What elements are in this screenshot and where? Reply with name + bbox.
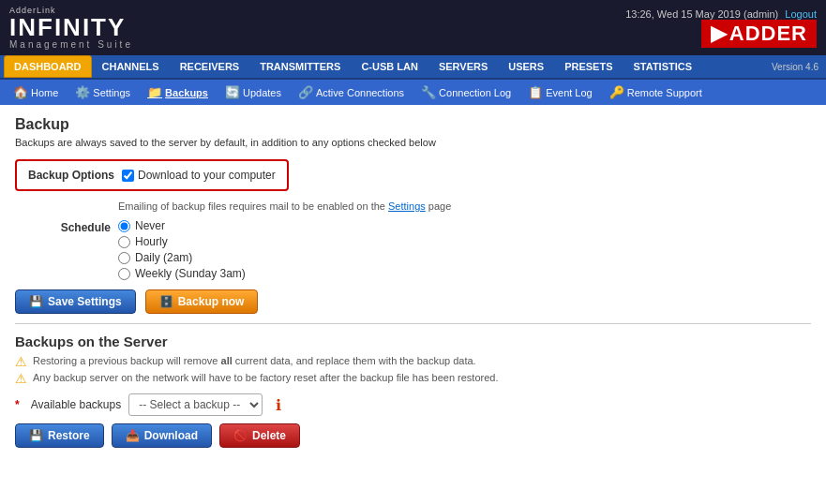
schedule-section: Schedule Never Hourly Daily (2am) Weekly… [15, 219, 811, 280]
subnav-connections-label: Active Connections [316, 87, 404, 98]
backup-options-row: Backup Options Download to your computer [28, 169, 276, 182]
subnav-settings[interactable]: ⚙️ Settings [68, 82, 138, 102]
logo: AdderLink INFINITY Management Suite [9, 6, 133, 50]
schedule-never: Never [118, 219, 246, 232]
subnav-backups[interactable]: 📁 Backups [140, 82, 216, 102]
backup-options-container: Backup Options Download to your computer [15, 159, 811, 197]
subnav-connection-log-label: Connection Log [439, 87, 511, 98]
event-log-icon: 📋 [528, 85, 543, 99]
download-button[interactable]: 📥 Download [112, 423, 212, 448]
settings-link[interactable]: Settings [388, 200, 426, 212]
subnav-settings-label: Settings [93, 87, 130, 98]
schedule-weekly: Weekly (Sunday 3am) [118, 267, 246, 280]
mgmt-text: Management Suite [9, 39, 133, 50]
schedule-weekly-label: Weekly (Sunday 3am) [135, 267, 246, 280]
tab-channels[interactable]: CHANNELS [92, 55, 170, 78]
backup-now-button[interactable]: 🗄️ Backup now [145, 289, 259, 314]
available-backups-row: * Available backups -- Select a backup -… [15, 393, 811, 416]
schedule-hourly-radio[interactable] [118, 236, 130, 248]
tab-servers[interactable]: SERVERS [428, 55, 498, 78]
warning2-text: Any backup server on the network will ha… [33, 372, 499, 383]
backup-options-box: Backup Options Download to your computer [15, 159, 289, 191]
page-title: Backup [15, 116, 811, 133]
section-divider [15, 323, 811, 324]
delete-button[interactable]: 🚫 Delete [219, 423, 300, 448]
email-note: Emailing of backup files requires mail t… [118, 200, 811, 212]
save-icon: 💾 [29, 295, 43, 308]
subnav-connection-log[interactable]: 🔧 Connection Log [413, 82, 518, 102]
tab-cusb-lan[interactable]: C-USB LAN [351, 55, 428, 78]
schedule-never-radio[interactable] [118, 220, 130, 232]
subnav-home[interactable]: 🏠 Home [6, 82, 66, 102]
schedule-hourly: Hourly [118, 235, 246, 248]
infinity-text: INFINITY [9, 15, 133, 39]
restore-buttons: 💾 Restore 📥 Download 🚫 Delete [15, 423, 811, 448]
subnav-remote-support-label: Remote Support [627, 87, 702, 98]
version-badge: Version 4.6 [772, 62, 822, 72]
header: AdderLink INFINITY Management Suite 13:2… [0, 0, 826, 55]
tab-dashboard[interactable]: DASHBOARD [4, 55, 92, 78]
sub-nav: 🏠 Home ⚙️ Settings 📁 Backups 🔄 Updates 🔗… [0, 80, 826, 105]
available-backups-label: Available backups [31, 398, 122, 411]
restore-button[interactable]: 💾 Restore [15, 423, 104, 448]
adder-logo: ▶ADDER [701, 20, 817, 48]
header-time: 13:26, Wed 15 May 2019 (admin) Logout [625, 8, 817, 20]
warning1-bold: all [221, 355, 233, 366]
download-icon: 📥 [126, 429, 140, 442]
schedule-hourly-label: Hourly [135, 235, 168, 248]
schedule-never-label: Never [135, 219, 165, 232]
delete-icon: 🚫 [233, 429, 248, 442]
download-checkbox-row: Download to your computer [122, 169, 276, 182]
remote-support-icon: 🔑 [609, 85, 624, 99]
subnav-updates[interactable]: 🔄 Updates [218, 82, 289, 102]
info-icon: ℹ [276, 396, 281, 414]
warning-row-1: ⚠ Restoring a previous backup will remov… [15, 355, 811, 369]
schedule-daily: Daily (2am) [118, 251, 246, 264]
schedule-weekly-radio[interactable] [118, 268, 130, 280]
header-right: 13:26, Wed 15 May 2019 (admin) Logout ▶A… [625, 8, 817, 48]
warning-row-2: ⚠ Any backup server on the network will … [15, 372, 811, 386]
subnav-backups-label: Backups [165, 87, 208, 98]
adder-logo-container: ▶ADDER [701, 20, 817, 48]
connections-icon: 🔗 [298, 85, 313, 99]
updates-icon: 🔄 [225, 85, 240, 99]
download-checkbox-label: Download to your computer [138, 169, 276, 182]
subnav-event-log-label: Event Log [546, 87, 593, 98]
tab-statistics[interactable]: STATISTICS [623, 55, 703, 78]
logout-link[interactable]: Logout [785, 8, 817, 20]
home-icon: 🏠 [13, 85, 28, 99]
schedule-daily-label: Daily (2am) [135, 251, 192, 264]
backup-options-label: Backup Options [28, 169, 114, 182]
tab-receivers[interactable]: RECEIVERS [170, 55, 250, 78]
subnav-active-connections[interactable]: 🔗 Active Connections [291, 82, 412, 102]
backup-select[interactable]: -- Select a backup -- [128, 393, 263, 416]
subnav-updates-label: Updates [243, 87, 281, 98]
tab-users[interactable]: USERS [498, 55, 554, 78]
backups-icon: 📁 [147, 85, 162, 99]
tab-presets[interactable]: PRESETS [554, 55, 623, 78]
settings-icon: ⚙️ [75, 85, 90, 99]
tab-transmitters[interactable]: TRANSMiTTeRS [249, 55, 351, 78]
action-buttons: 💾 Save Settings 🗄️ Backup now [15, 289, 811, 314]
schedule-options: Never Hourly Daily (2am) Weekly (Sunday … [118, 219, 246, 280]
warning-icon-1: ⚠ [15, 354, 27, 369]
nav-tabs: DASHBOARD CHANNELS RECEIVERS TRANSMiTTeR… [0, 55, 826, 80]
schedule-daily-radio[interactable] [118, 252, 130, 264]
connection-log-icon: 🔧 [421, 85, 436, 99]
subnav-remote-support[interactable]: 🔑 Remote Support [602, 82, 710, 102]
page-description: Backups are always saved to the server b… [15, 137, 811, 148]
adder-brand: ADDER [729, 22, 807, 46]
backup-icon: 🗄️ [159, 295, 173, 308]
download-checkbox[interactable] [122, 170, 134, 182]
schedule-label: Schedule [15, 219, 118, 234]
server-section-title: Backups on the Server [15, 334, 811, 349]
main-content: Backup Backups are always saved to the s… [0, 105, 826, 459]
server-section: Backups on the Server ⚠ Restoring a prev… [15, 334, 811, 448]
available-star: * [15, 398, 20, 411]
subnav-home-label: Home [31, 87, 58, 98]
warning-icon-2: ⚠ [15, 371, 27, 386]
subnav-event-log[interactable]: 📋 Event Log [520, 82, 600, 102]
restore-icon: 💾 [29, 429, 43, 442]
save-settings-button[interactable]: 💾 Save Settings [15, 289, 136, 314]
